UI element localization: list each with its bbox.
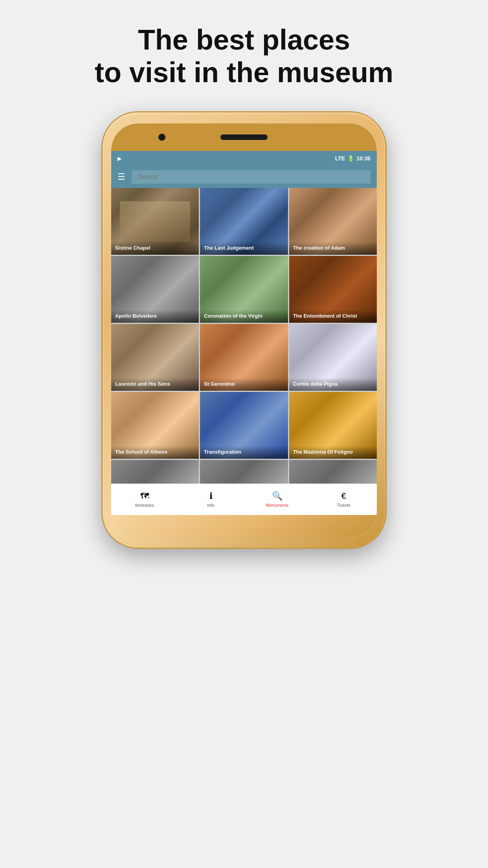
grid-item-bottom-0[interactable] — [111, 460, 199, 484]
grid-item-apollo[interactable]: Apollo Belvedere — [111, 256, 199, 323]
grid-item-lastjudgement[interactable]: The Last Judgement — [200, 188, 288, 255]
artwork-grid: Sistine ChapelThe Last JudgementThe crea… — [111, 188, 377, 484]
tab-icon-monuments: 🔍 — [272, 491, 283, 501]
grid-item-label-laocoon: Laocoön and His Sons — [111, 378, 199, 391]
grid-item-sistine[interactable]: Sistine Chapel — [111, 188, 199, 255]
grid-item-label-coronation: Coronation of the Virgin — [200, 310, 288, 323]
hero-line2: to visit in the museum — [16, 56, 472, 89]
grid-item-label-sistine: Sistine Chapel — [111, 242, 199, 255]
grid-item-label-apollo: Apollo Belvedere — [111, 310, 199, 323]
tab-icon-itineraries: 🗺 — [140, 491, 149, 501]
grid-item-madonna[interactable]: The Madonna Of Foligno — [289, 392, 377, 459]
grid-item-transfiguration[interactable]: Transfiguration — [200, 392, 288, 459]
phone-top-bar — [111, 123, 377, 151]
hero-line1: The best places — [16, 24, 472, 56]
phone-bottom-bar — [111, 515, 377, 537]
tab-info[interactable]: ℹInfo — [178, 484, 244, 515]
grid-item-school[interactable]: The School of Athens — [111, 392, 199, 459]
grid-item-label-entombment: The Entombment of Christ — [289, 310, 377, 323]
time-display: 10:36 — [356, 155, 371, 162]
tab-label-info: Info — [207, 503, 214, 508]
tab-monuments[interactable]: 🔍Monuments — [244, 484, 310, 515]
tab-icon-info: ℹ — [209, 491, 213, 501]
tab-label-monuments: Monuments — [266, 503, 288, 508]
grid-item-label-school: The School of Athens — [111, 446, 199, 459]
grid-item-label-cortile: Cortile della Pigna — [289, 378, 377, 391]
grid-item-label-transfiguration: Transfiguration — [200, 446, 288, 459]
phone-speaker — [220, 134, 268, 140]
phone-outer: ▶ LTE 🔋 10:36 ☰ Sistine ChapelThe Last J… — [103, 112, 385, 548]
status-bar-left: ▶ — [117, 155, 122, 162]
grid-item-creation[interactable]: The creation of Adam — [289, 188, 377, 255]
app-bar: ☰ — [111, 166, 377, 188]
status-bar: ▶ LTE 🔋 10:36 — [111, 151, 377, 166]
phone-camera — [158, 134, 165, 141]
phone-inner: ▶ LTE 🔋 10:36 ☰ Sistine ChapelThe Last J… — [111, 123, 377, 537]
phone-mockup: ▶ LTE 🔋 10:36 ☰ Sistine ChapelThe Last J… — [103, 112, 385, 548]
tab-tickets[interactable]: €Tickets — [310, 484, 377, 515]
grid-item-entombment[interactable]: The Entombment of Christ — [289, 256, 377, 323]
grid-item-bottom-1[interactable] — [200, 460, 288, 484]
grid-item-coronation[interactable]: Coronation of the Virgin — [200, 256, 288, 323]
play-icon: ▶ — [117, 155, 122, 162]
grid-item-bottom-2[interactable] — [289, 460, 377, 484]
menu-icon[interactable]: ☰ — [117, 172, 125, 182]
phone-screen: ▶ LTE 🔋 10:36 ☰ Sistine ChapelThe Last J… — [111, 151, 377, 515]
search-input[interactable] — [132, 170, 371, 184]
grid-item-label-lastjudgement: The Last Judgement — [200, 242, 288, 255]
tab-icon-tickets: € — [341, 491, 346, 501]
grid-item-stgeronimo[interactable]: St Geronimo — [200, 324, 288, 391]
grid-item-laocoon[interactable]: Laocoön and His Sons — [111, 324, 199, 391]
tab-itineraries[interactable]: 🗺Itineraries — [111, 484, 178, 515]
status-bar-right: LTE 🔋 10:36 — [335, 155, 371, 162]
network-indicator: LTE — [335, 155, 345, 162]
grid-item-label-stgeronimo: St Geronimo — [200, 378, 288, 391]
battery-icon: 🔋 — [347, 155, 354, 162]
tab-label-itineraries: Itineraries — [135, 503, 154, 508]
tab-bar: 🗺ItinerariesℹInfo🔍Monuments€Tickets — [111, 484, 377, 515]
grid-item-label-madonna: The Madonna Of Foligno — [289, 446, 377, 459]
grid-item-label-creation: The creation of Adam — [289, 242, 377, 255]
tab-label-tickets: Tickets — [337, 503, 350, 508]
hero-text: The best places to visit in the museum — [0, 0, 488, 105]
grid-item-cortile[interactable]: Cortile della Pigna — [289, 324, 377, 391]
